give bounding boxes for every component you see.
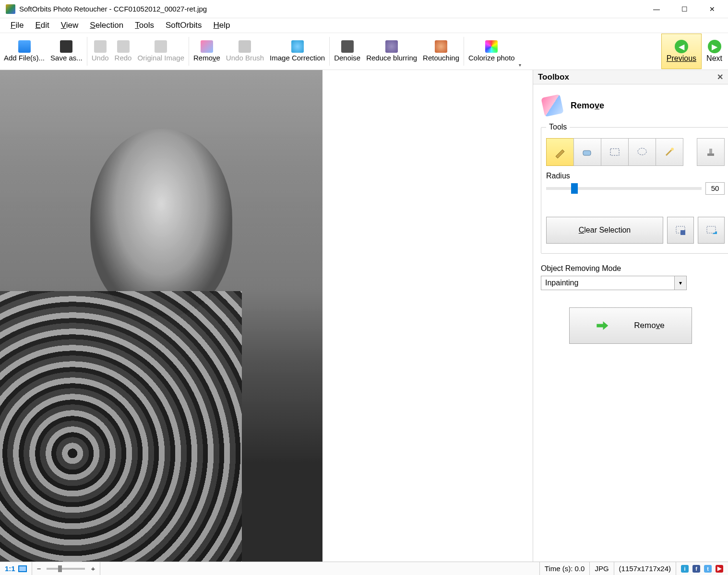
eraser-tool-icon xyxy=(581,146,594,158)
tool-pencil[interactable] xyxy=(546,138,574,166)
menu-help[interactable]: Help xyxy=(209,19,235,32)
toolbar-overflow[interactable]: ▾ xyxy=(518,62,522,70)
wand-icon xyxy=(663,146,676,158)
next-button[interactable]: ▶Next xyxy=(702,34,727,69)
status-dimensions: (1157x1717x24) xyxy=(614,562,676,575)
toolbar: Add File(s)... Save as... Undo Redo Orig… xyxy=(0,33,728,70)
undo-icon xyxy=(94,40,107,53)
slider-thumb[interactable] xyxy=(571,183,578,194)
clear-selection-button[interactable]: Clear Selection xyxy=(546,217,663,244)
remove-action-button[interactable]: Remove xyxy=(569,307,692,344)
radius-label: Radius xyxy=(546,172,725,180)
retouching-button[interactable]: Retouching xyxy=(420,34,462,69)
save-icon xyxy=(60,40,72,53)
svg-rect-8 xyxy=(707,226,716,233)
reduce-blurring-button[interactable]: Reduce blurring xyxy=(363,34,420,69)
prev-arrow-icon: ◀ xyxy=(675,40,688,53)
lasso-icon xyxy=(636,146,648,158)
zoom-fit-button[interactable] xyxy=(18,565,27,572)
zoom-11-button[interactable]: 1:1 xyxy=(5,564,15,573)
maximize-button[interactable]: ☐ xyxy=(670,0,698,18)
zoom-out-button[interactable]: − xyxy=(37,564,41,573)
load-selection-button[interactable] xyxy=(698,217,725,244)
radius-slider[interactable] xyxy=(546,187,702,190)
retouch-icon xyxy=(435,40,447,53)
pencil-icon xyxy=(554,146,566,158)
original-image-button[interactable]: Original Image xyxy=(134,34,187,69)
facebook-icon[interactable]: f xyxy=(692,565,700,573)
status-format: JPG xyxy=(590,562,614,575)
save-selection-button[interactable] xyxy=(667,217,694,244)
mode-value: Inpainting xyxy=(545,279,578,287)
zoom-controls: 1:1 xyxy=(0,562,32,575)
tool-stamp[interactable] xyxy=(697,138,725,166)
go-arrow-icon xyxy=(597,321,608,330)
radius-value-input[interactable]: 50 xyxy=(705,182,725,195)
toolbox-close-button[interactable]: ✕ xyxy=(717,72,723,82)
menu-file[interactable]: File xyxy=(6,19,28,32)
save-as-button[interactable]: Save as... xyxy=(48,34,85,69)
svg-rect-1 xyxy=(610,149,619,155)
photo-preview xyxy=(0,70,322,562)
remove-panel-title: Remove xyxy=(571,101,604,111)
remove-button[interactable]: Remove xyxy=(191,34,223,69)
mode-dropdown[interactable]: Inpainting xyxy=(541,276,687,290)
tool-magic-wand[interactable] xyxy=(656,138,683,166)
tool-lasso[interactable] xyxy=(628,138,656,166)
menu-selection[interactable]: Selection xyxy=(85,19,128,32)
redo-button[interactable]: Redo xyxy=(112,34,135,69)
svg-rect-0 xyxy=(583,151,591,155)
menu-softorbits[interactable]: SoftOrbits xyxy=(161,19,207,32)
toolbox-panel: Toolbox ✕ Remove Tools Radius xyxy=(533,70,728,562)
svg-rect-4 xyxy=(707,153,714,156)
status-time: Time (s): 0.0 xyxy=(540,562,590,575)
tools-fieldset: Tools Radius 50 Clear Selection xyxy=(541,123,728,254)
social-links: i f t ▶ xyxy=(676,565,728,573)
menu-edit[interactable]: Edit xyxy=(30,19,54,32)
svg-point-3 xyxy=(671,148,674,151)
previous-button[interactable]: ◀Previous xyxy=(661,34,702,69)
zoom-in-button[interactable]: + xyxy=(91,564,95,573)
eraser-icon xyxy=(201,40,213,53)
app-icon xyxy=(6,4,15,14)
svg-rect-7 xyxy=(680,230,685,235)
mode-label: Object Removing Mode xyxy=(541,264,720,273)
minimize-button[interactable]: — xyxy=(643,0,670,18)
image-correction-icon xyxy=(291,40,304,53)
folder-icon xyxy=(18,40,31,53)
titlebar: SoftOrbits Photo Retoucher - CCF01052012… xyxy=(0,0,728,18)
save-sel-icon xyxy=(675,224,686,236)
denoise-button[interactable]: Denoise xyxy=(331,34,363,69)
menu-tools[interactable]: Tools xyxy=(130,19,159,32)
stamp-icon xyxy=(704,146,717,158)
load-sel-icon xyxy=(705,224,717,236)
redo-icon xyxy=(117,40,130,53)
zoom-slider-cell: − + xyxy=(32,562,101,575)
brush-icon xyxy=(239,40,251,53)
undo-button[interactable]: Undo xyxy=(89,34,112,69)
original-icon xyxy=(155,40,167,53)
colorize-icon xyxy=(485,40,498,53)
youtube-icon[interactable]: ▶ xyxy=(716,565,723,573)
add-files-button[interactable]: Add File(s)... xyxy=(1,34,48,69)
svg-point-2 xyxy=(638,148,646,155)
image-correction-button[interactable]: Image Correction xyxy=(267,34,328,69)
blur-icon xyxy=(385,40,398,53)
colorize-button[interactable]: Colorize photo xyxy=(465,34,518,69)
rect-marquee-icon xyxy=(609,146,621,158)
undo-brush-button[interactable]: Undo Brush xyxy=(223,34,267,69)
zoom-slider[interactable] xyxy=(47,568,85,570)
menu-view[interactable]: View xyxy=(56,19,84,32)
tool-rect-select[interactable] xyxy=(601,138,629,166)
toolbox-title: Toolbox xyxy=(538,72,569,82)
next-arrow-icon: ▶ xyxy=(708,40,721,53)
statusbar: 1:1 − + Time (s): 0.0 JPG (1157x1717x24)… xyxy=(0,562,728,575)
canvas-area[interactable] xyxy=(0,70,533,562)
svg-rect-5 xyxy=(709,149,712,153)
tool-eraser[interactable] xyxy=(573,138,601,166)
twitter-icon[interactable]: t xyxy=(704,565,712,573)
info-icon[interactable]: i xyxy=(681,565,689,573)
window-title: SoftOrbits Photo Retoucher - CCF01052012… xyxy=(19,5,643,13)
close-button[interactable]: ✕ xyxy=(698,0,726,18)
remove-panel-icon xyxy=(541,94,563,117)
